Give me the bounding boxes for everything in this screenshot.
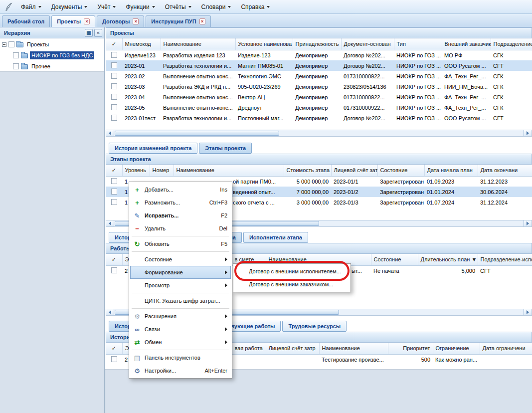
submenu-item-1[interactable]: Договор с внешним заказчиком...: [234, 278, 350, 291]
table-row-4[interactable]: 2023-04Выполнение опытно-конс...Вектор-А…: [106, 92, 532, 102]
section-tab-2[interactable]: Исполнители этапа: [243, 232, 308, 243]
tree-checkbox[interactable]: [8, 41, 14, 47]
row-checkbox[interactable]: [111, 62, 117, 68]
main-tab-3[interactable]: Инструкции ПУП: [146, 15, 210, 27]
row-checkbox[interactable]: [111, 73, 117, 79]
scroll-right-button[interactable]: [524, 309, 532, 315]
context-menu-item-18[interactable]: ⚙Настройки...Alt+Enter: [130, 364, 231, 377]
scroll-left-button[interactable]: [106, 220, 114, 226]
column-header-7[interactable]: Дата ограничени: [480, 343, 532, 354]
context-menu-item-2[interactable]: ✎Исправить...F2: [130, 209, 231, 222]
scroll-left-button[interactable]: [106, 309, 114, 315]
menubar-item-6[interactable]: Справка: [236, 1, 275, 13]
row-checkbox[interactable]: [111, 199, 117, 205]
select-all-header[interactable]: ✓: [106, 38, 122, 50]
select-all-header[interactable]: ✓: [106, 165, 122, 176]
scroll-track[interactable]: [114, 130, 524, 136]
column-header-4[interactable]: Лицевой счёт затрат.: [331, 165, 377, 176]
column-header-3[interactable]: Лицевой счёт затр: [266, 343, 319, 354]
column-header-2[interactable]: Наименование: [174, 165, 284, 176]
submenu-item-0[interactable]: Договор с внешним исполнителем...: [234, 265, 350, 278]
section-tab-0[interactable]: История изменений проекта: [109, 143, 197, 154]
column-header-0[interactable]: Уровень: [122, 165, 150, 176]
row-checkbox[interactable]: [111, 356, 117, 362]
column-header-3[interactable]: Принадлежность: [293, 38, 341, 50]
context-menu-item-9[interactable]: Просмотр: [130, 279, 231, 292]
menubar-item-3[interactable]: Функции: [121, 1, 160, 13]
menubar-item-2[interactable]: Учёт: [92, 1, 121, 13]
table-row-3[interactable]: 2023-03Разработка ЭКД и РКД н...905-U020…: [106, 81, 532, 92]
column-header-7[interactable]: Подразделение: [491, 38, 532, 50]
table-row-6[interactable]: 2023-01тестРазработка технологии и...Пос…: [106, 113, 532, 123]
context-menu-item-3[interactable]: −УдалитьDel: [130, 222, 231, 235]
table-row-5[interactable]: 2023-05Выполнение опытно-конс...Дредноут…: [106, 102, 532, 113]
context-menu-item-15[interactable]: ⇄Обмен: [130, 336, 231, 349]
menubar-item-4[interactable]: Отчёты: [160, 1, 196, 13]
section-tab-1[interactable]: Этапы проекта: [199, 143, 252, 154]
column-header-7[interactable]: Дата окончани: [478, 165, 532, 176]
context-menu-item-11[interactable]: ЦИТК. Указать шифр затрат...: [130, 294, 231, 307]
table-row-0[interactable]: Изделие123Разработка изделия 123Изделие-…: [106, 50, 532, 60]
row-checkbox[interactable]: [111, 115, 117, 121]
main-tab-2[interactable]: Договоры: [97, 15, 144, 27]
row-checkbox[interactable]: [111, 94, 117, 100]
row-checkbox[interactable]: [111, 189, 117, 195]
row-checkbox[interactable]: [111, 52, 117, 58]
scroll-right-button[interactable]: [524, 220, 532, 226]
projects-hscrollbar[interactable]: [106, 130, 532, 137]
column-header-5[interactable]: Состояние: [377, 165, 424, 176]
context-menu-item-7[interactable]: Состояние: [130, 253, 231, 266]
tree-checkbox[interactable]: [13, 52, 19, 58]
context-menu-item-14[interactable]: ∞Связи: [130, 323, 231, 336]
column-header-1[interactable]: Номер: [150, 165, 174, 176]
column-header-6[interactable]: Подразделение-испо...: [478, 254, 532, 265]
select-all-header[interactable]: ✓: [106, 254, 122, 265]
tab-close-icon[interactable]: [199, 18, 205, 24]
main-tab-0[interactable]: Рабочий стол: [2, 15, 50, 27]
column-header-6[interactable]: Внешний заказчик: [442, 38, 491, 50]
main-tab-1[interactable]: Проекты: [51, 15, 95, 27]
hierarchy-grid-button[interactable]: [85, 29, 93, 37]
context-menu-item-0[interactable]: +Добавить...Ins: [130, 183, 231, 196]
tab-close-icon[interactable]: [84, 18, 90, 24]
menubar-item-5[interactable]: Словари: [196, 1, 236, 13]
column-header-0[interactable]: Мнемокод: [122, 38, 161, 50]
column-header-4[interactable]: Документ-основан: [341, 38, 394, 50]
tree-item-1[interactable]: НИОКР по ГОЗ без НДС: [0, 50, 104, 61]
tree-expander-icon[interactable]: [2, 42, 6, 47]
row-checkbox[interactable]: [111, 104, 117, 110]
column-header-3[interactable]: Стоимость этапа: [284, 165, 331, 176]
row-checkbox[interactable]: [111, 83, 117, 89]
column-header-1[interactable]: Наименование: [161, 38, 235, 50]
section-tab-2[interactable]: Трудовые ресурсы: [282, 321, 347, 332]
context-menu-item-5[interactable]: ↻ОбновитьF5: [130, 237, 231, 250]
tab-close-icon[interactable]: [133, 18, 139, 24]
menubar-item-0[interactable]: Файл: [16, 1, 46, 13]
context-menu-item-17[interactable]: ▤Панель инструментов: [130, 351, 231, 364]
row-checkbox[interactable]: [111, 178, 117, 184]
scroll-left-button[interactable]: [106, 130, 114, 136]
context-menu-item-8[interactable]: Формирование: [130, 266, 231, 279]
tree-checkbox[interactable]: [13, 63, 19, 69]
tree-item-0[interactable]: Проекты: [0, 39, 104, 50]
column-header-4[interactable]: Состояние: [371, 254, 418, 265]
table-row-1[interactable]: 2023-01Разработка технологии и...Магнит …: [106, 60, 532, 71]
column-header-5[interactable]: Длительность план ▼: [418, 254, 478, 265]
column-header-5[interactable]: Приоритет: [388, 343, 433, 354]
menubar-item-1[interactable]: Документы: [46, 1, 93, 13]
scroll-right-button[interactable]: [524, 130, 532, 136]
context-menu-item-1[interactable]: +Размножить...Ctrl+F3: [130, 196, 231, 209]
column-header-2[interactable]: вая работа: [232, 343, 266, 354]
scroll-thumb[interactable]: [115, 131, 279, 136]
table-row-2[interactable]: 2023-02Выполнение опытно-конс...Технолог…: [106, 71, 532, 81]
column-header-5[interactable]: Тип: [394, 38, 442, 50]
context-menu-item-13[interactable]: ⚙Расширения: [130, 310, 231, 323]
column-header-6[interactable]: Ограничение: [433, 343, 480, 354]
tree-item-2[interactable]: Прочее: [0, 61, 104, 72]
row-checkbox[interactable]: [111, 267, 117, 273]
select-all-header[interactable]: ✓: [106, 343, 122, 354]
column-header-4[interactable]: Наименование: [319, 343, 388, 354]
column-header-6[interactable]: Дата начала план: [424, 165, 478, 176]
collapse-panel-button[interactable]: [94, 29, 102, 37]
column-header-2[interactable]: Условное наименова: [235, 38, 293, 50]
